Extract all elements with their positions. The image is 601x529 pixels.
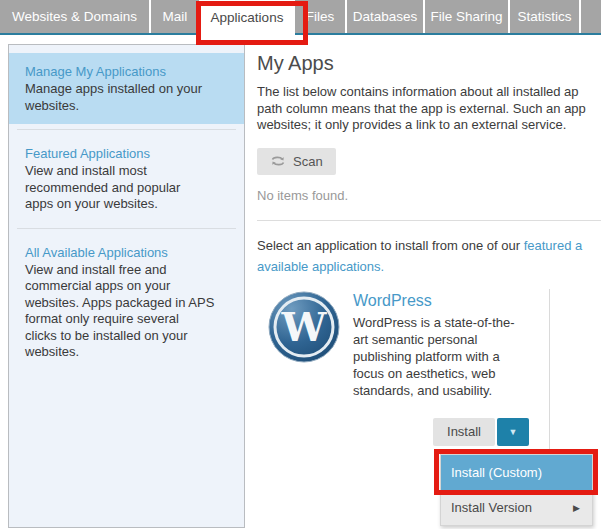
wordpress-description: WordPress is a state-of-the- art semanti… [353, 314, 543, 399]
wordpress-app-card: W WordPress WordPress is a state-of-the-… [257, 289, 550, 452]
page-title: My Apps [257, 52, 601, 75]
sidebar-item-title: Manage My Applications [25, 63, 228, 81]
sidebar-item-description: Manage apps installed on your websites. [25, 81, 228, 114]
tab-bar-overflow [581, 0, 601, 33]
intro-paragraph: The list below contains information abou… [257, 84, 601, 134]
sidebar-item-description: View and install most recommended and po… [25, 163, 228, 213]
tab-databases[interactable]: Databases [347, 0, 425, 33]
main-content: My Apps The list below contains informat… [257, 35, 601, 452]
sidebar-item-description: View and install free and commercial app… [25, 262, 228, 361]
sidebar-item-title: All Available Applications [25, 244, 228, 262]
menu-item-label: Install Version [451, 500, 532, 515]
sidebar-divider [17, 129, 236, 130]
sidebar-item-title: Featured Applications [25, 145, 228, 163]
empty-list-message: No items found. [257, 188, 601, 203]
select-application-prompt: Select an application to install from on… [257, 235, 601, 277]
tab-file-sharing[interactable]: File Sharing [425, 0, 510, 33]
menu-item-label: Install (Custom) [451, 465, 542, 480]
menu-item-install-version[interactable]: Install Version ▶ [441, 490, 592, 525]
install-dropdown-toggle[interactable]: ▼ [497, 418, 529, 446]
featured-applications-link[interactable]: featured a [524, 238, 583, 253]
tab-files[interactable]: Files [295, 0, 347, 33]
install-dropdown-menu: Install (Custom) Install Version ▶ [440, 454, 593, 526]
submenu-arrow-icon: ▶ [573, 503, 580, 513]
applications-sidebar: Manage My Applications Manage apps insta… [8, 44, 245, 528]
sidebar-divider [17, 228, 236, 229]
wordpress-logo-icon: W [268, 291, 340, 363]
menu-item-install-custom[interactable]: Install (Custom) [441, 455, 592, 490]
install-button-group: Install ▼ [257, 418, 549, 446]
install-button[interactable]: Install [433, 418, 495, 446]
svg-text:W: W [281, 303, 328, 350]
sidebar-item-manage-my-applications[interactable]: Manage My Applications Manage apps insta… [9, 53, 244, 124]
top-tab-bar: Websites & Domains Mail Applications Fil… [0, 0, 601, 35]
available-applications-link[interactable]: available applications. [257, 259, 384, 274]
chevron-down-icon: ▼ [509, 427, 518, 437]
tab-applications[interactable]: Applications [201, 0, 295, 35]
tab-mail[interactable]: Mail [151, 0, 201, 33]
sidebar-item-all-available-applications[interactable]: All Available Applications View and inst… [9, 234, 244, 371]
scan-button-label: Scan [293, 154, 323, 169]
section-divider [257, 220, 601, 221]
scan-button[interactable]: Scan [257, 148, 336, 175]
tab-websites-domains[interactable]: Websites & Domains [0, 0, 151, 33]
intro-line: websites; it only provides a link to an … [257, 117, 601, 134]
sidebar-item-featured-applications[interactable]: Featured Applications View and install m… [9, 135, 244, 223]
wordpress-title-link[interactable]: WordPress [353, 291, 543, 311]
select-prompt-text: Select an application to install from on… [257, 238, 524, 253]
scan-sync-icon [270, 154, 286, 168]
intro-line: The list below contains information abou… [257, 84, 601, 101]
tab-statistics[interactable]: Statistics [510, 0, 581, 33]
intro-line: path column means that the app is extern… [257, 101, 601, 118]
